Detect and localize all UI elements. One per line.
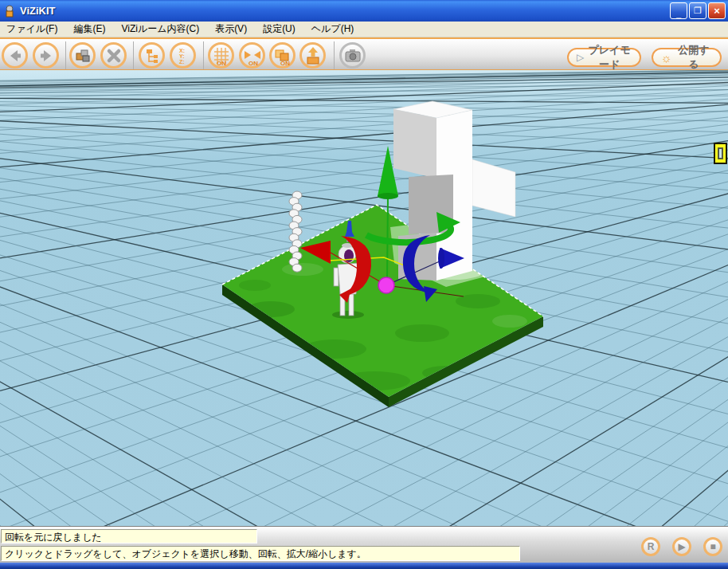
play-button[interactable]: ▶ bbox=[672, 537, 691, 556]
box-arrow-icon bbox=[303, 45, 323, 66]
toolbar-separator bbox=[133, 41, 134, 69]
forward-button[interactable] bbox=[33, 42, 59, 69]
svg-text:ON: ON bbox=[280, 60, 290, 66]
window-title: ViZiKIT bbox=[20, 5, 56, 17]
status-bar: 回転を元に戻しました クリックとドラッグをして、オブジェクトを選択し移動、回転、… bbox=[0, 526, 728, 563]
reset-button[interactable]: R bbox=[641, 537, 660, 556]
duplicate-button[interactable] bbox=[69, 42, 96, 69]
viewport-indicator[interactable] bbox=[714, 143, 727, 164]
svg-text:X:: X: bbox=[179, 48, 185, 53]
stop-icon: ■ bbox=[710, 542, 715, 551]
snap-toggle-button[interactable]: ON bbox=[239, 42, 265, 69]
maximize-button[interactable]: ❐ bbox=[689, 2, 706, 19]
svg-text:ON: ON bbox=[249, 60, 258, 66]
toolbar-separator bbox=[203, 41, 204, 69]
drop-box-button[interactable] bbox=[299, 42, 326, 69]
app-icon bbox=[3, 5, 16, 18]
menu-edit[interactable]: 編集(E) bbox=[67, 21, 112, 37]
scene-canvas[interactable] bbox=[0, 70, 728, 526]
svg-text:Y:: Y: bbox=[179, 53, 184, 59]
publish-button[interactable]: ☼ 公開する bbox=[652, 48, 722, 67]
menu-help[interactable]: ヘルプ(H) bbox=[305, 21, 361, 37]
toolbar-separator bbox=[334, 41, 335, 69]
window-bottom-border bbox=[0, 563, 728, 569]
menu-view[interactable]: 表示(V) bbox=[209, 21, 253, 37]
grid-toggle-button[interactable]: ON bbox=[208, 42, 234, 69]
svg-text:ON: ON bbox=[217, 60, 226, 66]
viewport-3d[interactable] bbox=[0, 70, 728, 526]
character-shadow bbox=[332, 311, 364, 319]
delete-button[interactable] bbox=[100, 42, 127, 69]
xyz-icon: X: Y: Z: bbox=[174, 46, 193, 65]
hierarchy-button[interactable] bbox=[139, 42, 165, 69]
menu-settings[interactable]: 設定(U) bbox=[256, 21, 302, 37]
snap-arrows-icon: ON bbox=[242, 45, 263, 66]
viewport-indicator-thumb bbox=[718, 147, 723, 159]
play-mode-button[interactable]: ▷ プレイモード bbox=[567, 48, 641, 67]
status-message: 回転を元に戻しました bbox=[1, 529, 257, 543]
boxes-icon: ON bbox=[272, 45, 293, 66]
gizmo-center-handle[interactable] bbox=[378, 277, 394, 293]
sun-icon: ☼ bbox=[661, 51, 672, 65]
camera-icon bbox=[343, 46, 362, 65]
blocks-icon bbox=[73, 46, 92, 65]
menu-file[interactable]: ファイル(F) bbox=[0, 21, 64, 37]
grid-icon: ON bbox=[211, 45, 232, 66]
menu-vizi-room[interactable]: ViZiルーム内容(C) bbox=[115, 21, 205, 37]
status-hint: クリックとドラッグをして、オブジェクトを選択し移動、回転、拡大/縮小します。 bbox=[1, 546, 520, 561]
play-outline-icon: ▷ bbox=[577, 52, 584, 63]
arrow-left-icon bbox=[6, 46, 25, 65]
back-button[interactable] bbox=[2, 42, 28, 69]
x-icon bbox=[104, 46, 123, 65]
stop-button[interactable]: ■ bbox=[703, 537, 722, 556]
close-button[interactable]: × bbox=[708, 2, 726, 19]
tree-icon bbox=[143, 46, 162, 65]
collision-toggle-button[interactable]: ON bbox=[269, 42, 296, 69]
coordinates-button[interactable]: X: Y: Z: bbox=[170, 42, 196, 69]
arrow-right-icon bbox=[37, 46, 56, 65]
minimize-button[interactable]: _ bbox=[670, 2, 687, 19]
app-window: ViZiKIT _ ❐ × ファイル(F) 編集(E) ViZiルーム内容(C)… bbox=[0, 0, 728, 569]
screenshot-button[interactable] bbox=[339, 42, 366, 69]
menu-bar: ファイル(F) 編集(E) ViZiルーム内容(C) 表示(V) 設定(U) ヘ… bbox=[0, 22, 728, 37]
title-bar[interactable]: ViZiKIT _ ❐ × bbox=[0, 0, 728, 22]
play-icon: ▶ bbox=[678, 542, 685, 551]
toolbar-separator bbox=[65, 41, 66, 69]
svg-text:Z:: Z: bbox=[179, 59, 185, 65]
tool-bar: X: Y: Z: ON ON ON bbox=[0, 37, 728, 70]
